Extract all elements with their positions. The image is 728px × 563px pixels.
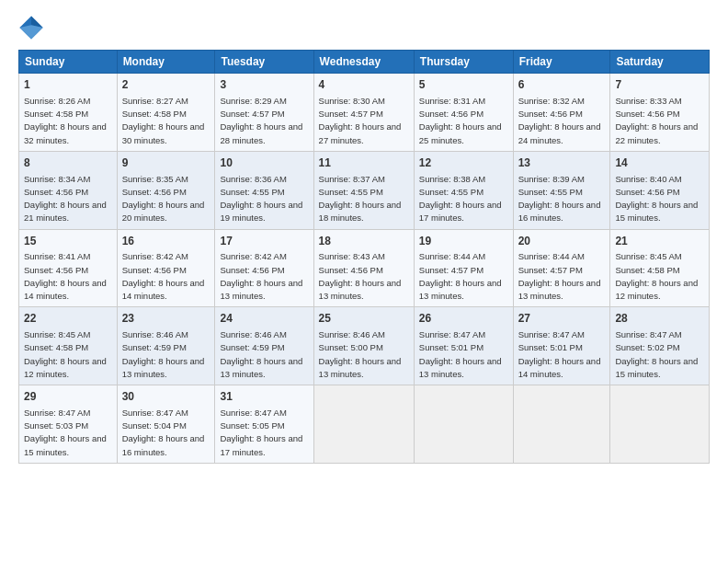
- calendar-cell: [414, 385, 513, 464]
- day-number: 10: [220, 155, 308, 171]
- calendar-cell: 14 Sunrise: 8:40 AMSunset: 4:56 PMDaylig…: [610, 151, 710, 229]
- weekday-header-friday: Friday: [513, 51, 610, 74]
- day-info: Sunrise: 8:42 AMSunset: 4:56 PMDaylight:…: [122, 251, 205, 301]
- day-number: 15: [24, 234, 112, 249]
- day-number: 18: [319, 234, 409, 249]
- logo: [18, 15, 46, 40]
- day-number: 27: [518, 311, 606, 327]
- header: [18, 15, 710, 40]
- day-info: Sunrise: 8:47 AMSunset: 5:04 PMDaylight:…: [122, 408, 205, 457]
- day-info: Sunrise: 8:38 AMSunset: 4:55 PMDaylight:…: [419, 174, 502, 224]
- day-number: 5: [419, 77, 508, 93]
- day-info: Sunrise: 8:39 AMSunset: 4:55 PMDaylight:…: [518, 174, 601, 224]
- day-number: 21: [615, 234, 704, 249]
- day-number: 13: [518, 155, 606, 171]
- day-info: Sunrise: 8:27 AMSunset: 4:58 PMDaylight:…: [122, 96, 205, 145]
- day-number: 4: [319, 77, 409, 93]
- day-info: Sunrise: 8:26 AMSunset: 4:58 PMDaylight:…: [24, 96, 107, 145]
- calendar-cell: 18 Sunrise: 8:43 AMSunset: 4:56 PMDaylig…: [313, 229, 414, 307]
- day-info: Sunrise: 8:41 AMSunset: 4:56 PMDaylight:…: [24, 251, 107, 301]
- calendar-cell: 5 Sunrise: 8:31 AMSunset: 4:56 PMDayligh…: [414, 74, 513, 152]
- day-info: Sunrise: 8:29 AMSunset: 4:57 PMDaylight:…: [220, 96, 302, 145]
- day-number: 2: [122, 77, 210, 93]
- day-info: Sunrise: 8:45 AMSunset: 4:58 PMDaylight:…: [24, 329, 107, 379]
- calendar-cell: 29 Sunrise: 8:47 AMSunset: 5:03 PMDaylig…: [19, 385, 118, 464]
- day-info: Sunrise: 8:47 AMSunset: 5:05 PMDaylight:…: [220, 408, 302, 457]
- calendar-cell: [610, 385, 710, 464]
- day-number: 24: [220, 311, 308, 327]
- calendar-cell: 3 Sunrise: 8:29 AMSunset: 4:57 PMDayligh…: [215, 74, 313, 152]
- calendar-cell: 26 Sunrise: 8:47 AMSunset: 5:01 PMDaylig…: [414, 307, 513, 385]
- calendar-cell: 4 Sunrise: 8:30 AMSunset: 4:57 PMDayligh…: [313, 74, 414, 152]
- week-row-4: 22 Sunrise: 8:45 AMSunset: 4:58 PMDaylig…: [19, 307, 710, 385]
- calendar-cell: 27 Sunrise: 8:47 AMSunset: 5:01 PMDaylig…: [513, 307, 610, 385]
- calendar-cell: 30 Sunrise: 8:47 AMSunset: 5:04 PMDaylig…: [117, 385, 215, 464]
- day-number: 7: [615, 77, 704, 93]
- day-number: 31: [220, 389, 308, 405]
- day-info: Sunrise: 8:36 AMSunset: 4:55 PMDaylight:…: [220, 174, 302, 224]
- day-number: 11: [319, 155, 409, 171]
- day-number: 23: [122, 311, 210, 327]
- calendar-cell: 2 Sunrise: 8:27 AMSunset: 4:58 PMDayligh…: [117, 74, 215, 152]
- calendar-cell: 31 Sunrise: 8:47 AMSunset: 5:05 PMDaylig…: [215, 385, 313, 464]
- day-info: Sunrise: 8:32 AMSunset: 4:56 PMDaylight:…: [518, 96, 601, 145]
- calendar-cell: 17 Sunrise: 8:42 AMSunset: 4:56 PMDaylig…: [215, 229, 313, 307]
- day-info: Sunrise: 8:40 AMSunset: 4:56 PMDaylight:…: [615, 174, 698, 224]
- day-info: Sunrise: 8:31 AMSunset: 4:56 PMDaylight:…: [419, 96, 502, 145]
- weekday-header-tuesday: Tuesday: [215, 51, 313, 74]
- day-info: Sunrise: 8:46 AMSunset: 5:00 PMDaylight:…: [319, 329, 402, 379]
- day-number: 1: [24, 77, 112, 93]
- calendar: SundayMondayTuesdayWednesdayThursdayFrid…: [18, 50, 710, 464]
- calendar-cell: 15 Sunrise: 8:41 AMSunset: 4:56 PMDaylig…: [19, 229, 118, 307]
- day-number: 19: [419, 234, 508, 249]
- day-info: Sunrise: 8:46 AMSunset: 4:59 PMDaylight:…: [122, 329, 205, 379]
- day-number: 6: [518, 77, 606, 93]
- day-number: 20: [518, 234, 606, 249]
- calendar-cell: 11 Sunrise: 8:37 AMSunset: 4:55 PMDaylig…: [313, 151, 414, 229]
- day-info: Sunrise: 8:42 AMSunset: 4:56 PMDaylight:…: [220, 251, 302, 301]
- calendar-cell: 9 Sunrise: 8:35 AMSunset: 4:56 PMDayligh…: [117, 151, 215, 229]
- calendar-cell: [513, 385, 610, 464]
- weekday-header-sunday: Sunday: [19, 51, 118, 74]
- day-info: Sunrise: 8:37 AMSunset: 4:55 PMDaylight:…: [319, 174, 402, 224]
- calendar-cell: 1 Sunrise: 8:26 AMSunset: 4:58 PMDayligh…: [19, 74, 118, 152]
- calendar-cell: 13 Sunrise: 8:39 AMSunset: 4:55 PMDaylig…: [513, 151, 610, 229]
- day-info: Sunrise: 8:44 AMSunset: 4:57 PMDaylight:…: [518, 251, 601, 301]
- calendar-cell: 25 Sunrise: 8:46 AMSunset: 5:00 PMDaylig…: [313, 307, 414, 385]
- calendar-cell: 28 Sunrise: 8:47 AMSunset: 5:02 PMDaylig…: [610, 307, 710, 385]
- day-number: 8: [24, 155, 112, 171]
- calendar-cell: 12 Sunrise: 8:38 AMSunset: 4:55 PMDaylig…: [414, 151, 513, 229]
- day-number: 29: [24, 389, 112, 405]
- calendar-cell: 23 Sunrise: 8:46 AMSunset: 4:59 PMDaylig…: [117, 307, 215, 385]
- week-row-2: 8 Sunrise: 8:34 AMSunset: 4:56 PMDayligh…: [19, 151, 710, 229]
- day-number: 17: [220, 234, 308, 249]
- day-info: Sunrise: 8:47 AMSunset: 5:03 PMDaylight:…: [24, 408, 107, 457]
- calendar-cell: 19 Sunrise: 8:44 AMSunset: 4:57 PMDaylig…: [414, 229, 513, 307]
- calendar-cell: 7 Sunrise: 8:33 AMSunset: 4:56 PMDayligh…: [610, 74, 710, 152]
- calendar-cell: 10 Sunrise: 8:36 AMSunset: 4:55 PMDaylig…: [215, 151, 313, 229]
- page: SundayMondayTuesdayWednesdayThursdayFrid…: [0, 0, 728, 563]
- day-info: Sunrise: 8:45 AMSunset: 4:58 PMDaylight:…: [615, 251, 698, 301]
- weekday-header-saturday: Saturday: [610, 51, 710, 74]
- calendar-cell: [313, 385, 414, 464]
- week-row-5: 29 Sunrise: 8:47 AMSunset: 5:03 PMDaylig…: [19, 385, 710, 464]
- day-number: 30: [122, 389, 210, 405]
- day-number: 16: [122, 234, 210, 249]
- day-number: 3: [220, 77, 308, 93]
- calendar-cell: 22 Sunrise: 8:45 AMSunset: 4:58 PMDaylig…: [19, 307, 118, 385]
- calendar-cell: 8 Sunrise: 8:34 AMSunset: 4:56 PMDayligh…: [19, 151, 118, 229]
- calendar-cell: 20 Sunrise: 8:44 AMSunset: 4:57 PMDaylig…: [513, 229, 610, 307]
- day-info: Sunrise: 8:46 AMSunset: 4:59 PMDaylight:…: [220, 329, 302, 379]
- day-number: 26: [419, 311, 508, 327]
- calendar-cell: 16 Sunrise: 8:42 AMSunset: 4:56 PMDaylig…: [117, 229, 215, 307]
- day-info: Sunrise: 8:47 AMSunset: 5:01 PMDaylight:…: [419, 329, 502, 379]
- day-number: 22: [24, 311, 112, 327]
- logo-icon: [18, 15, 44, 40]
- day-info: Sunrise: 8:30 AMSunset: 4:57 PMDaylight:…: [319, 96, 402, 145]
- day-number: 9: [122, 155, 210, 171]
- day-info: Sunrise: 8:34 AMSunset: 4:56 PMDaylight:…: [24, 174, 107, 224]
- weekday-header-wednesday: Wednesday: [313, 51, 414, 74]
- day-info: Sunrise: 8:35 AMSunset: 4:56 PMDaylight:…: [122, 174, 205, 224]
- day-info: Sunrise: 8:44 AMSunset: 4:57 PMDaylight:…: [419, 251, 502, 301]
- day-info: Sunrise: 8:47 AMSunset: 5:01 PMDaylight:…: [518, 329, 601, 379]
